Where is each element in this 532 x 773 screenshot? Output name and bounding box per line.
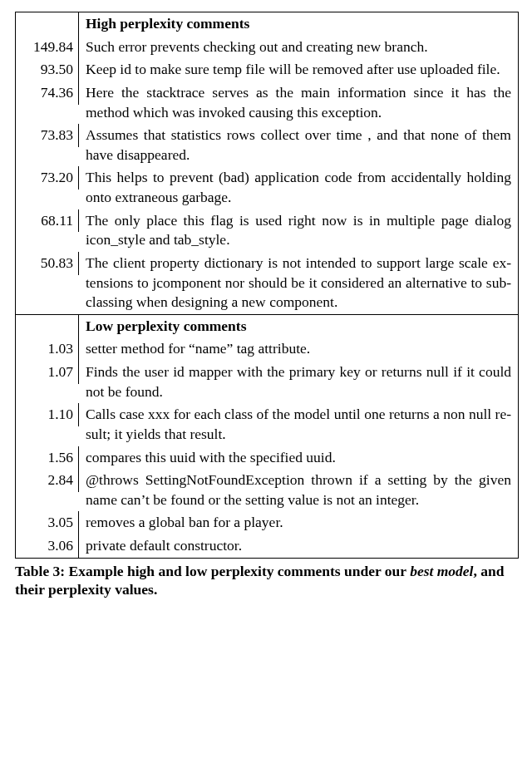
comment-text: Calls case xxx for each class of the mod… bbox=[79, 403, 518, 446]
table-row: 3.06private default constructor. bbox=[16, 534, 518, 558]
table-section: High perplexity comments149.84Such error… bbox=[16, 12, 518, 315]
perplexity-value: 1.10 bbox=[16, 403, 79, 426]
comment-text: Here the stacktrace serves as the main i… bbox=[79, 81, 518, 124]
perplexity-value: 1.07 bbox=[16, 361, 79, 384]
table-header-text: Low perplexity comments bbox=[79, 315, 518, 338]
comment-text: removes a global ban for a player. bbox=[79, 511, 518, 534]
perplexity-value: 74.36 bbox=[16, 81, 79, 105]
table-row: 1.56compares this uuid with the specifie… bbox=[16, 446, 518, 470]
table-header-row: High perplexity comments bbox=[16, 12, 518, 36]
table-row: 1.10Calls case xxx for each class of the… bbox=[16, 403, 518, 446]
comment-text: Such error prevents checking out and cre… bbox=[79, 36, 518, 59]
perplexity-value: 3.06 bbox=[16, 534, 79, 558]
comment-text: The only place this flag is used right n… bbox=[79, 209, 518, 252]
perplexity-value: 93.50 bbox=[16, 58, 79, 81]
perplexity-value: 73.83 bbox=[16, 124, 79, 147]
table-header-row: Low perplexity comments bbox=[16, 315, 518, 338]
table-header-num bbox=[16, 12, 79, 36]
perplexity-value: 68.11 bbox=[16, 209, 79, 233]
table-header-text: High perplexity comments bbox=[79, 12, 518, 36]
comment-text: setter method for “name” tag attribute. bbox=[79, 337, 518, 361]
perplexity-value: 1.03 bbox=[16, 337, 79, 361]
comment-text: Assumes that statistics rows collect ove… bbox=[79, 124, 518, 166]
perplexity-value: 149.84 bbox=[16, 36, 79, 59]
table-row: 93.50Keep id to make sure temp file will… bbox=[16, 58, 518, 81]
caption-prefix: Table 3: Example high and low perplexity… bbox=[15, 563, 410, 579]
comment-text: Finds the user id mapper with the primar… bbox=[79, 361, 518, 403]
perplexity-table: High perplexity comments149.84Such error… bbox=[15, 12, 519, 559]
comment-text: compares this uuid with the specified uu… bbox=[79, 446, 518, 470]
table-row: 1.03setter method for “name” tag attribu… bbox=[16, 337, 518, 361]
perplexity-value: 3.05 bbox=[16, 511, 79, 534]
perplexity-value: 1.56 bbox=[16, 446, 79, 470]
perplexity-value: 73.20 bbox=[16, 166, 79, 190]
table-row: 149.84Such error prevents checking out a… bbox=[16, 36, 518, 59]
table-row: 74.36Here the stacktrace serves as the m… bbox=[16, 81, 518, 124]
table-row: 73.83Assumes that statistics rows collec… bbox=[16, 124, 518, 166]
table-row: 73.20This helps to prevent (bad) applica… bbox=[16, 166, 518, 209]
comment-text: @throws SettingNotFoundException thrown … bbox=[79, 469, 518, 511]
table-row: 2.84@throws SettingNotFoundException thr… bbox=[16, 469, 518, 511]
table-caption: Table 3: Example high and low perplexity… bbox=[15, 562, 517, 600]
table-row: 68.11The only place this flag is used ri… bbox=[16, 209, 518, 252]
comment-text: private default constructor. bbox=[79, 534, 518, 558]
caption-italic: best model bbox=[410, 563, 473, 579]
comment-text: This helps to prevent (bad) application … bbox=[79, 166, 518, 209]
table-row: 3.05removes a global ban for a player. bbox=[16, 511, 518, 534]
comment-text: The client property dictionary is not in… bbox=[79, 252, 518, 314]
table-section: Low perplexity comments1.03setter method… bbox=[16, 315, 518, 558]
comment-text: Keep id to make sure temp file will be r… bbox=[79, 58, 518, 81]
perplexity-value: 50.83 bbox=[16, 252, 79, 275]
perplexity-value: 2.84 bbox=[16, 469, 79, 492]
table-header-num bbox=[16, 315, 79, 338]
table-row: 1.07Finds the user id mapper with the pr… bbox=[16, 361, 518, 403]
table-row: 50.83The client property dictionary is n… bbox=[16, 252, 518, 314]
